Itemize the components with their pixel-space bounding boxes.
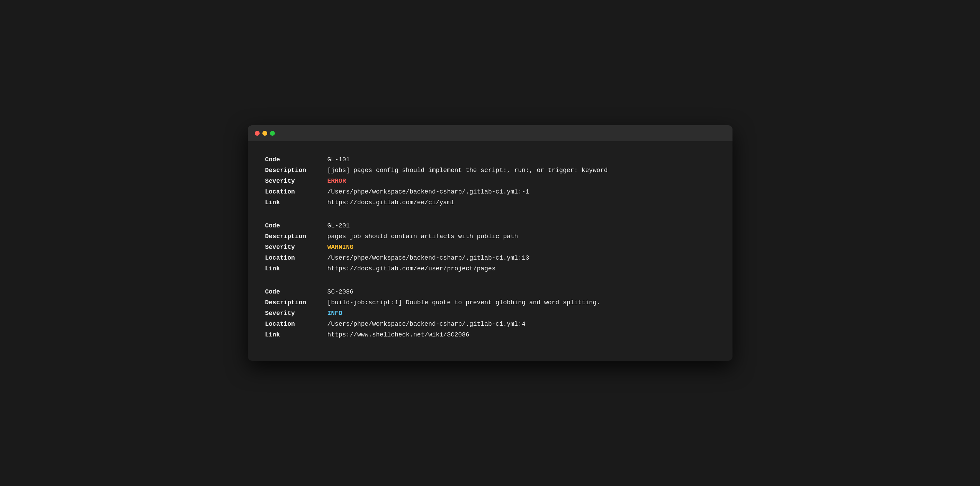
value-location-2: /Users/phpe/workspace/backend-csharp/.gi… [328, 253, 529, 263]
label-location-3: Location [265, 319, 328, 329]
label-link-2: Link [265, 264, 328, 273]
entry-row: Code GL-201 [265, 221, 715, 230]
entry-row: Description [build-job:script:1] Double … [265, 298, 715, 307]
label-code-2: Code [265, 221, 328, 230]
label-severity-3: Severity [265, 309, 328, 318]
label-location-2: Location [265, 253, 328, 263]
label-code-3: Code [265, 287, 328, 297]
maximize-button[interactable] [270, 131, 275, 136]
value-link-2: https://docs.gitlab.com/ee/user/project/… [328, 264, 496, 273]
value-severity-3: INFO [328, 309, 342, 318]
value-severity-1: ERROR [328, 176, 346, 186]
value-link-1: https://docs.gitlab.com/ee/ci/yaml [328, 198, 455, 207]
label-desc-1: Description [265, 166, 328, 175]
entry-row: Location /Users/phpe/workspace/backend-c… [265, 187, 715, 197]
terminal-window: Code GL-101 Description [jobs] pages con… [248, 125, 732, 361]
entry-row: Description [jobs] pages config should i… [265, 166, 715, 175]
entry-row: Location /Users/phpe/workspace/backend-c… [265, 319, 715, 329]
entry-row: Severity WARNING [265, 243, 715, 252]
minimize-button[interactable] [262, 131, 267, 136]
label-link-1: Link [265, 198, 328, 207]
entry-row: Description pages job should contain art… [265, 232, 715, 241]
value-location-1: /Users/phpe/workspace/backend-csharp/.gi… [328, 187, 529, 197]
entry-row: Severity ERROR [265, 176, 715, 186]
label-severity-2: Severity [265, 243, 328, 252]
label-location-1: Location [265, 187, 328, 197]
entry-row: Link https://docs.gitlab.com/ee/ci/yaml [265, 198, 715, 207]
entry-row: Code SC-2086 [265, 287, 715, 297]
entry-row: Severity INFO [265, 309, 715, 318]
label-desc-3: Description [265, 298, 328, 307]
label-severity-1: Severity [265, 176, 328, 186]
title-bar [248, 125, 732, 141]
value-desc-3: [build-job:script:1] Double quote to pre… [328, 298, 601, 307]
entry-gl201: Code GL-201 Description pages job should… [265, 221, 715, 273]
value-desc-1: [jobs] pages config should implement the… [328, 166, 608, 175]
entry-row: Location /Users/phpe/workspace/backend-c… [265, 253, 715, 263]
close-button[interactable] [255, 131, 259, 136]
terminal-body: Code GL-101 Description [jobs] pages con… [248, 141, 732, 355]
value-location-3: /Users/phpe/workspace/backend-csharp/.gi… [328, 319, 526, 329]
value-desc-2: pages job should contain artifacts with … [328, 232, 518, 241]
label-desc-2: Description [265, 232, 328, 241]
entry-row: Code GL-101 [265, 155, 715, 164]
entry-row: Link https://docs.gitlab.com/ee/user/pro… [265, 264, 715, 273]
entry-gl101: Code GL-101 Description [jobs] pages con… [265, 155, 715, 207]
label-link-3: Link [265, 330, 328, 340]
value-severity-2: WARNING [328, 243, 354, 252]
label-code-1: Code [265, 155, 328, 164]
entry-row: Link https://www.shellcheck.net/wiki/SC2… [265, 330, 715, 340]
value-code-3: SC-2086 [328, 287, 354, 297]
value-code-2: GL-201 [328, 221, 350, 230]
entry-sc2086: Code SC-2086 Description [build-job:scri… [265, 287, 715, 340]
value-code-1: GL-101 [328, 155, 350, 164]
value-link-3: https://www.shellcheck.net/wiki/SC2086 [328, 330, 469, 340]
